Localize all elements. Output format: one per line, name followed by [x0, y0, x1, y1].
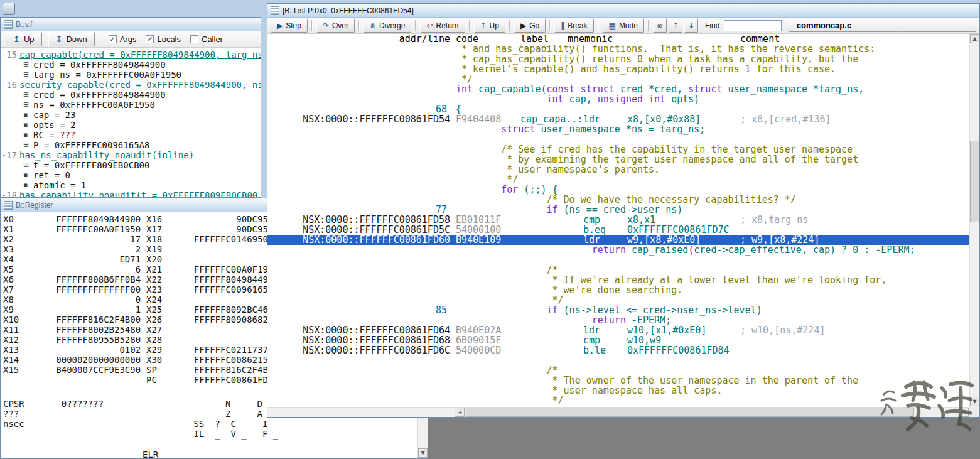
source-row[interactable]: */	[267, 74, 969, 84]
find-input[interactable]	[724, 20, 782, 31]
variable-row[interactable]: ⊞t = 0xFFFFFF809EB0CB00	[1, 160, 261, 170]
list-titlebar[interactable]: [B::List P:0x0::0xFFFFFFC00861FD54]	[267, 4, 979, 18]
source-row[interactable]: for (;;) {	[267, 185, 969, 195]
register-row[interactable]: X23 FFFFFFC0096165	[146, 284, 268, 294]
register-row[interactable]: X3 2	[3, 244, 141, 254]
register-row[interactable]: X19	[146, 244, 268, 254]
vertical-scrollbar[interactable]: ▲ ▼	[969, 34, 979, 407]
mode-button[interactable]: ▦Mode	[603, 18, 644, 33]
checkbox-caller[interactable]: Caller	[190, 35, 223, 44]
register-row[interactable]: X15 B400007CCF9E3C90	[3, 365, 141, 375]
register-row[interactable]: X29 FFFFFFC0211737	[146, 345, 268, 355]
register-row[interactable]: X12 FFFFFF80955B5280	[3, 335, 141, 345]
frame-up-button[interactable]: ↥ Up	[6, 32, 42, 46]
source-row[interactable]: 68{	[267, 104, 969, 114]
bullet-icon[interactable]: ▪	[23, 181, 28, 190]
variable-row[interactable]: ⊞P = 0xFFFFFFC0096165A8	[1, 140, 261, 150]
checkbox-locals[interactable]: ✓Locals	[146, 35, 181, 44]
register-row[interactable]: X8 0	[3, 294, 141, 305]
variable-row[interactable]: ▪atomic = 1	[1, 180, 261, 190]
goto-bottom-button[interactable]: ↧	[684, 18, 698, 33]
expand-icon[interactable]: ⊞	[23, 60, 29, 69]
register-row[interactable]: X11 FFFFFF8002B25480	[3, 325, 141, 335]
register-row[interactable]: X20	[146, 254, 268, 264]
app-icon[interactable]	[3, 3, 15, 15]
register-row[interactable]: X25 FFFFFF8092BC46	[146, 305, 268, 315]
expand-icon[interactable]: ⊞	[23, 100, 29, 109]
blank-row[interactable]	[267, 355, 969, 365]
source-row[interactable]: /* See if cred has the capability in the…	[267, 144, 969, 154]
register-row[interactable]: X24	[146, 294, 268, 305]
horizontal-scrollbar[interactable]: ◄ ►	[267, 407, 969, 417]
expand-icon[interactable]: ⊞	[23, 161, 29, 170]
register-row[interactable]: X9 1	[3, 305, 141, 315]
source-row[interactable]: * by examining the target user namespace…	[267, 154, 969, 165]
frame-row[interactable]: -15cap_capable(cred = 0xFFFFFF8049844900…	[1, 50, 261, 60]
stack-frame-titlebar[interactable]: B::v.f	[1, 18, 261, 31]
vscrollbar-thumb[interactable]	[970, 141, 979, 222]
scroll-up-arrow-icon[interactable]: ▲	[970, 34, 979, 43]
variable-row[interactable]: ⊞cred = 0xFFFFFF8049844900	[1, 60, 261, 70]
source-row[interactable]: */	[267, 175, 969, 185]
source-row[interactable]: * and has_capability() functions. That i…	[267, 44, 969, 54]
register-row[interactable]: X30 FFFFFFC0086215	[146, 355, 268, 365]
break-button[interactable]: ‖Break	[554, 18, 593, 33]
register-row[interactable]: X5 6	[3, 264, 141, 274]
asm-row[interactable]: NSX:0000::FFFFFFC00861FD686B09015Fcmpw10…	[267, 335, 969, 345]
diverge-button[interactable]: ⋔Diverge	[363, 18, 411, 33]
step-over-button[interactable]: ↷Over	[316, 18, 355, 33]
expand-icon[interactable]: ⊞	[23, 90, 29, 99]
bullet-icon[interactable]: ▪	[23, 131, 28, 139]
asm-row[interactable]: NSX:0000::FFFFFFC00861FD60B940E109ldrw9,…	[267, 235, 969, 245]
goto-top-button[interactable]: ↥	[669, 18, 682, 33]
register-row[interactable]: X13 0102	[3, 345, 141, 355]
source-row[interactable]: /*	[267, 365, 969, 375]
register-row[interactable]: X17 90DC95	[146, 224, 268, 234]
checkbox-args[interactable]: ✓Args	[109, 35, 137, 44]
source-row[interactable]: /*	[267, 265, 969, 275]
hscrollbar-thumb[interactable]	[466, 408, 914, 417]
variable-row[interactable]: ▪ret = 0	[1, 170, 261, 180]
asm-row[interactable]: NSX:0000::FFFFFFC00861FD5C54000100b.eq0x…	[267, 225, 969, 235]
variable-row[interactable]: ⊞ns = 0xFFFFFFC00A0F1950	[1, 100, 261, 110]
source-row[interactable]: */	[267, 295, 969, 305]
source-row[interactable]: struct user_namespace *ns = targ_ns;	[267, 124, 969, 134]
source-row[interactable]: * cap_has_capability() returns 0 when a …	[267, 54, 969, 64]
bullet-icon[interactable]: ▪	[23, 171, 28, 180]
return-button[interactable]: ↩Return	[420, 18, 465, 33]
view-button[interactable]: ∞	[653, 18, 667, 33]
register-row[interactable]: X18 FFFFFFC0146950	[146, 234, 268, 244]
register-row[interactable]: SP FFFFFF816C2F4B	[146, 365, 268, 375]
register-row[interactable]: X22 FFFFFF80498449	[146, 274, 268, 284]
source-row[interactable]: 85 if (ns->level <= cred->user_ns->level…	[267, 305, 969, 315]
frame-down-button[interactable]: ↧ Down	[48, 32, 95, 46]
go-button[interactable]: ▶Go	[514, 18, 546, 33]
up-button[interactable]: ↥Up	[474, 18, 505, 33]
source-row[interactable]: * If we're already at a lower level than…	[267, 275, 969, 285]
asm-row[interactable]: NSX:0000::FFFFFFC00861FD6C540000CDb.le0x…	[267, 345, 969, 355]
frame-row[interactable]: -16security_capable(cred = 0xFFFFFF80498…	[1, 80, 261, 90]
source-row[interactable]: * The owner of the user namespace in the…	[267, 375, 969, 386]
asm-row[interactable]: NSX:0000::FFFFFFC00861FD64B940E02Aldrw10…	[267, 325, 969, 335]
bullet-icon[interactable]: ▪	[23, 121, 28, 129]
source-row[interactable]: return cap_raised(cred->cap_effective, c…	[267, 245, 969, 255]
source-file-button[interactable]: commoncap.c	[789, 19, 976, 32]
register-row[interactable]: X27	[146, 325, 268, 335]
variable-row[interactable]: ⊞targ_ns = 0xFFFFFFC00A0F1950	[1, 70, 261, 80]
blank-row[interactable]	[267, 255, 969, 265]
source-row[interactable]: */	[267, 396, 969, 406]
register-row[interactable]: X7 FFFFFFFFFFFFFF00	[3, 284, 141, 294]
register-row[interactable]: X0 FFFFFF8049844900	[3, 214, 141, 224]
step-button[interactable]: ▶Step	[271, 18, 308, 33]
scroll-left-arrow-icon[interactable]: ◄	[455, 408, 465, 417]
source-row[interactable]: return -EPERM;	[267, 315, 969, 325]
source-row[interactable]: 77 if (ns == cred->user_ns)	[267, 205, 969, 215]
register-row[interactable]: PC FFFFFFC00861FD	[146, 375, 268, 385]
variable-row[interactable]: ▪opts = 2	[1, 120, 261, 130]
register-row[interactable]: X21 FFFFFFC00A0F19	[146, 264, 268, 274]
frame-row[interactable]: -17has_ns_capability_noaudit(inline)	[1, 150, 261, 160]
variable-row[interactable]: ▪RC = ???	[1, 130, 261, 140]
register-row[interactable]: X10 FFFFFF816C2F4B00	[3, 315, 141, 325]
register-row[interactable]: X28	[146, 335, 268, 345]
expand-icon[interactable]: ⊞	[23, 141, 29, 149]
